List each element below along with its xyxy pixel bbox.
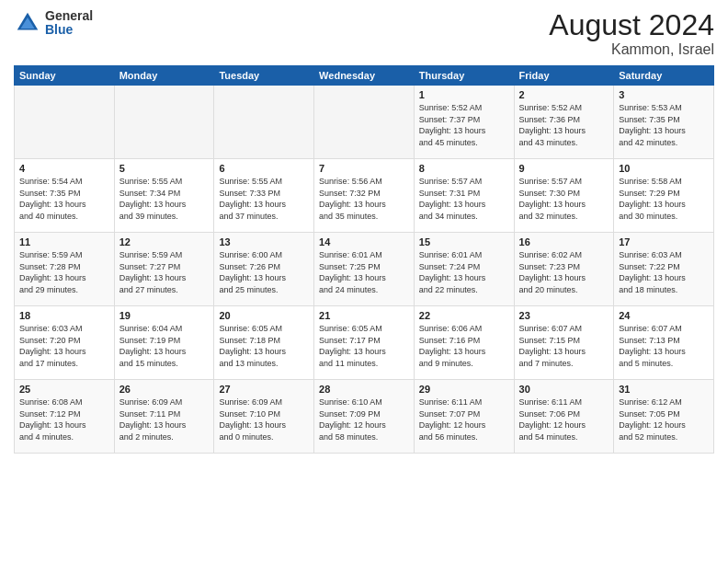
day-number: 2 (519, 89, 609, 100)
day-number: 17 (619, 236, 709, 247)
day-number: 7 (319, 163, 409, 174)
day-number: 20 (219, 310, 309, 321)
day-number: 11 (19, 236, 109, 247)
day-number: 30 (519, 384, 609, 395)
day-cell: 9Sunrise: 5:57 AM Sunset: 7:30 PM Daylig… (514, 159, 614, 233)
calendar: SundayMondayTuesdayWednesdayThursdayFrid… (14, 65, 714, 454)
day-number: 18 (19, 310, 109, 321)
day-cell: 8Sunrise: 5:57 AM Sunset: 7:31 PM Daylig… (414, 159, 514, 233)
day-cell: 20Sunrise: 6:05 AM Sunset: 7:18 PM Dayli… (214, 306, 314, 380)
day-cell: 27Sunrise: 6:09 AM Sunset: 7:10 PM Dayli… (214, 380, 314, 454)
day-number: 1 (419, 89, 509, 100)
weekday-header-sunday: Sunday (15, 66, 115, 86)
day-cell (314, 86, 415, 159)
day-content: Sunrise: 6:06 AM Sunset: 7:16 PM Dayligh… (419, 323, 509, 369)
day-number: 15 (419, 236, 509, 247)
page: General Blue August 2024 Kammon, Israel … (0, 0, 728, 563)
day-cell: 4Sunrise: 5:54 AM Sunset: 7:35 PM Daylig… (15, 159, 115, 233)
weekday-header-saturday: Saturday (614, 66, 714, 86)
day-number: 21 (319, 310, 409, 321)
day-cell: 25Sunrise: 6:08 AM Sunset: 7:12 PM Dayli… (15, 380, 115, 454)
logo-icon (14, 9, 41, 37)
week-row-4: 18Sunrise: 6:03 AM Sunset: 7:20 PM Dayli… (15, 306, 714, 380)
day-content: Sunrise: 5:54 AM Sunset: 7:35 PM Dayligh… (19, 176, 109, 222)
day-cell: 16Sunrise: 6:02 AM Sunset: 7:23 PM Dayli… (514, 233, 614, 306)
header: General Blue August 2024 Kammon, Israel (14, 9, 714, 58)
day-content: Sunrise: 6:03 AM Sunset: 7:22 PM Dayligh… (619, 249, 709, 295)
calendar-header: SundayMondayTuesdayWednesdayThursdayFrid… (15, 66, 714, 86)
logo-text: General Blue (45, 9, 93, 38)
day-content: Sunrise: 6:09 AM Sunset: 7:11 PM Dayligh… (119, 396, 210, 442)
day-content: Sunrise: 5:55 AM Sunset: 7:34 PM Dayligh… (119, 176, 210, 222)
day-cell: 28Sunrise: 6:10 AM Sunset: 7:09 PM Dayli… (314, 380, 415, 454)
day-content: Sunrise: 5:57 AM Sunset: 7:31 PM Dayligh… (419, 176, 509, 222)
day-cell: 22Sunrise: 6:06 AM Sunset: 7:16 PM Dayli… (414, 306, 514, 380)
day-cell (15, 86, 115, 159)
weekday-header-monday: Monday (114, 66, 214, 86)
day-number: 12 (119, 236, 210, 247)
day-number: 28 (319, 384, 409, 395)
day-number: 4 (19, 163, 109, 174)
day-number: 31 (619, 384, 709, 395)
day-number: 9 (519, 163, 609, 174)
day-number: 26 (119, 384, 210, 395)
day-content: Sunrise: 6:10 AM Sunset: 7:09 PM Dayligh… (319, 396, 409, 442)
day-content: Sunrise: 6:00 AM Sunset: 7:26 PM Dayligh… (219, 249, 309, 295)
weekday-header-thursday: Thursday (414, 66, 514, 86)
day-number: 13 (219, 236, 309, 247)
day-cell (214, 86, 314, 159)
day-number: 25 (19, 384, 109, 395)
weekday-header-friday: Friday (514, 66, 614, 86)
logo-general: General (45, 9, 93, 23)
day-number: 6 (219, 163, 309, 174)
main-title: August 2024 (549, 9, 714, 41)
day-content: Sunrise: 6:11 AM Sunset: 7:06 PM Dayligh… (519, 396, 609, 442)
day-content: Sunrise: 6:11 AM Sunset: 7:07 PM Dayligh… (419, 396, 509, 442)
day-number: 23 (519, 310, 609, 321)
day-content: Sunrise: 5:52 AM Sunset: 7:37 PM Dayligh… (419, 102, 509, 148)
day-number: 14 (319, 236, 409, 247)
day-content: Sunrise: 6:05 AM Sunset: 7:18 PM Dayligh… (219, 323, 309, 369)
day-cell: 11Sunrise: 5:59 AM Sunset: 7:28 PM Dayli… (15, 233, 115, 306)
day-cell: 3Sunrise: 5:53 AM Sunset: 7:35 PM Daylig… (614, 86, 714, 159)
day-cell: 7Sunrise: 5:56 AM Sunset: 7:32 PM Daylig… (314, 159, 415, 233)
day-cell (114, 86, 214, 159)
day-content: Sunrise: 6:04 AM Sunset: 7:19 PM Dayligh… (119, 323, 210, 369)
day-cell: 26Sunrise: 6:09 AM Sunset: 7:11 PM Dayli… (114, 380, 214, 454)
day-cell: 31Sunrise: 6:12 AM Sunset: 7:05 PM Dayli… (614, 380, 714, 454)
day-content: Sunrise: 6:12 AM Sunset: 7:05 PM Dayligh… (619, 396, 709, 442)
logo-blue: Blue (45, 23, 93, 37)
day-number: 10 (619, 163, 709, 174)
day-cell: 17Sunrise: 6:03 AM Sunset: 7:22 PM Dayli… (614, 233, 714, 306)
day-cell: 24Sunrise: 6:07 AM Sunset: 7:13 PM Dayli… (614, 306, 714, 380)
day-content: Sunrise: 5:59 AM Sunset: 7:27 PM Dayligh… (119, 249, 210, 295)
day-number: 19 (119, 310, 210, 321)
day-content: Sunrise: 5:52 AM Sunset: 7:36 PM Dayligh… (519, 102, 609, 148)
day-cell: 2Sunrise: 5:52 AM Sunset: 7:36 PM Daylig… (514, 86, 614, 159)
title-area: August 2024 Kammon, Israel (549, 9, 714, 58)
weekday-header-tuesday: Tuesday (214, 66, 314, 86)
day-number: 29 (419, 384, 509, 395)
week-row-2: 4Sunrise: 5:54 AM Sunset: 7:35 PM Daylig… (15, 159, 714, 233)
day-cell: 1Sunrise: 5:52 AM Sunset: 7:37 PM Daylig… (414, 86, 514, 159)
logo: General Blue (14, 9, 93, 38)
weekday-row: SundayMondayTuesdayWednesdayThursdayFrid… (15, 66, 714, 86)
day-cell: 29Sunrise: 6:11 AM Sunset: 7:07 PM Dayli… (414, 380, 514, 454)
day-content: Sunrise: 5:57 AM Sunset: 7:30 PM Dayligh… (519, 176, 609, 222)
day-cell: 18Sunrise: 6:03 AM Sunset: 7:20 PM Dayli… (15, 306, 115, 380)
day-cell: 14Sunrise: 6:01 AM Sunset: 7:25 PM Dayli… (314, 233, 415, 306)
day-content: Sunrise: 6:09 AM Sunset: 7:10 PM Dayligh… (219, 396, 309, 442)
day-content: Sunrise: 6:01 AM Sunset: 7:25 PM Dayligh… (319, 249, 409, 295)
day-cell: 15Sunrise: 6:01 AM Sunset: 7:24 PM Dayli… (414, 233, 514, 306)
calendar-body: 1Sunrise: 5:52 AM Sunset: 7:37 PM Daylig… (15, 86, 714, 454)
weekday-header-wednesday: Wednesday (314, 66, 415, 86)
day-number: 27 (219, 384, 309, 395)
day-cell: 23Sunrise: 6:07 AM Sunset: 7:15 PM Dayli… (514, 306, 614, 380)
week-row-1: 1Sunrise: 5:52 AM Sunset: 7:37 PM Daylig… (15, 86, 714, 159)
day-cell: 5Sunrise: 5:55 AM Sunset: 7:34 PM Daylig… (114, 159, 214, 233)
day-number: 8 (419, 163, 509, 174)
subtitle: Kammon, Israel (549, 41, 714, 58)
day-cell: 6Sunrise: 5:55 AM Sunset: 7:33 PM Daylig… (214, 159, 314, 233)
day-content: Sunrise: 5:59 AM Sunset: 7:28 PM Dayligh… (19, 249, 109, 295)
day-cell: 13Sunrise: 6:00 AM Sunset: 7:26 PM Dayli… (214, 233, 314, 306)
